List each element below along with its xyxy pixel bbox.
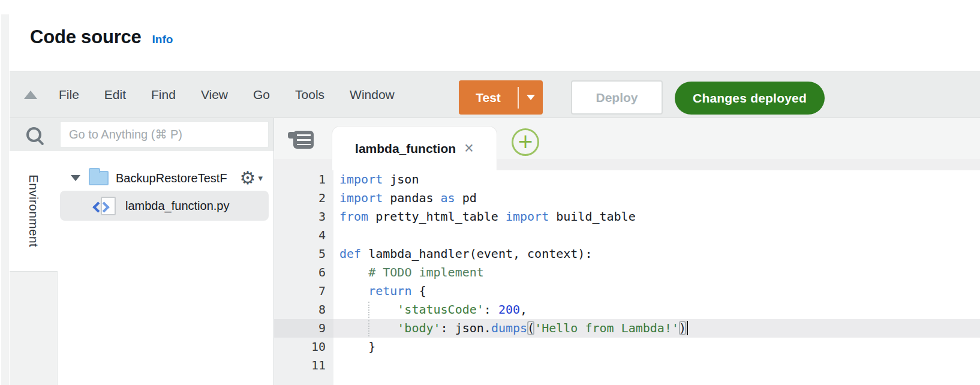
code-text[interactable] [333,226,980,245]
code-line-5: 5def lambda_handler(event, context): [274,245,980,263]
line-number: 1 [274,170,333,189]
disclosure-triangle-icon[interactable] [71,175,80,181]
menu-items: FileEditFindViewGoToolsWindow [59,88,395,102]
tree-row-file-selected[interactable]: lambda_function.py [60,191,269,221]
environment-tab-label: Environment [26,175,41,247]
code-token: ( [527,321,534,335]
code-token: 'body' [397,321,440,335]
code-token: { [411,284,426,298]
new-tab-button[interactable]: + [512,128,539,156]
folder-name: BackupRestoreTestF [116,172,227,185]
menu-item-find[interactable]: Find [151,88,176,102]
code-token: json [383,172,419,187]
code-token: 'Hello from Lambda!' [534,321,679,335]
menu-item-window[interactable]: Window [350,88,395,102]
python-file-icon [101,197,116,215]
tree-row-folder[interactable]: BackupRestoreTestF ⚙ ▾ [58,167,270,190]
editor-pane: lambda_function × + 1import json2import … [273,118,980,385]
menu-item-go[interactable]: Go [253,88,270,102]
code-token [339,265,368,279]
file-name: lambda_function.py [125,199,229,213]
code-line-4: 4 [274,226,980,245]
code-line-3: 3from pretty_html_table import build_tab… [274,207,980,226]
tab-label: lambda_function [355,142,456,156]
test-dropdown-button[interactable] [519,95,543,100]
search-icon-bar [10,118,58,151]
gutter-filler [274,375,980,385]
code-token: 200 [498,302,520,317]
line-number: 2 [274,189,333,207]
test-button[interactable]: Test [459,80,543,115]
gutter-filler-column [274,375,333,385]
code-line-7: 7 return { [274,282,980,300]
code-token: 'statusCode' [397,302,484,317]
code-editor[interactable]: 1import json2import pandas as pd3from pr… [274,170,980,385]
code-text[interactable]: def lambda_handler(event, context): [333,245,980,263]
collapse-panel-icon[interactable] [24,91,37,99]
code-token: build_table [549,209,636,224]
code-line-9: 9 'body': json.dumps('Hello from Lambda!… [274,319,980,338]
code-token: : [484,302,498,317]
code-text[interactable]: import json [333,170,980,189]
left-rail: Environment [10,118,58,385]
info-link[interactable]: Info [152,33,173,46]
code-token: def [339,246,361,261]
folder-settings-button[interactable]: ⚙ ▾ [240,169,270,187]
code-text[interactable]: # TODO implement [333,263,980,282]
code-text[interactable] [333,356,980,375]
file-tree-panel: BackupRestoreTestF ⚙ ▾ lambda_function.p… [58,118,273,385]
deploy-button[interactable]: Deploy [571,80,663,115]
lambda-code-source-panel: Code source Info FileEditFindViewGoTools… [0,0,980,385]
chevron-down-icon [527,95,535,100]
code-token [339,321,397,335]
code-line-1: 1import json [274,170,980,189]
code-token: lambda_handler(event, context): [361,246,592,261]
test-button-label[interactable]: Test [459,91,518,105]
code-source-card: Code source Info FileEditFindViewGoTools… [10,0,980,385]
environment-tab[interactable]: Environment [10,151,58,271]
code-line-6: 6 # TODO implement [274,263,980,282]
code-filler[interactable] [333,375,980,385]
page-gutter [1,14,9,385]
line-number: 4 [274,226,333,245]
search-icon[interactable] [26,127,41,142]
file-tree: BackupRestoreTestF ⚙ ▾ lambda_function.p… [58,151,273,385]
line-number: 7 [274,282,333,300]
code-token: return [368,284,411,298]
close-icon[interactable]: × [464,140,474,157]
code-token: pandas [383,191,440,205]
goto-anything-input[interactable] [60,121,269,148]
code-token: from [339,209,368,224]
code-token: # TODO implement [368,265,484,279]
code-line-2: 2import pandas as pd [274,189,980,207]
line-number: 11 [274,356,333,375]
menu-item-view[interactable]: View [201,88,228,102]
code-token: , [520,302,527,317]
line-number: 3 [274,207,333,226]
code-text[interactable]: } [333,338,980,356]
code-line-8: 8 'statusCode': 200, [274,300,980,319]
header: Code source Info [10,0,980,71]
code-line-10: 10 } [274,338,980,356]
code-token: as [441,191,455,205]
tab-bar: lambda_function × + [274,118,980,170]
menu-item-file[interactable]: File [59,88,79,102]
gear-icon: ⚙ [240,169,256,187]
menu-item-edit[interactable]: Edit [104,88,126,102]
code-token: pretty_html_table [368,209,506,224]
tab-lambda-function[interactable]: lambda_function × [332,126,497,170]
code-token: import [506,209,549,224]
rail-lower-panel [10,271,58,385]
code-text[interactable]: 'statusCode': 200, [333,300,980,319]
text-cursor [687,321,688,335]
code-text[interactable]: return { [333,282,980,300]
code-text[interactable]: import pandas as pd [333,189,980,207]
menu-item-tools[interactable]: Tools [295,88,324,102]
code-token: import [339,191,383,205]
code-line-11: 11 [274,356,980,375]
code-text[interactable]: 'body': json.dumps('Hello from Lambda!') [333,319,980,338]
code-text[interactable]: from pretty_html_table import build_tabl… [333,207,980,226]
editor-menubar: FileEditFindViewGoToolsWindow Test Deplo… [10,71,980,118]
tab-list-icon[interactable] [293,131,314,149]
editor-content: Environment BackupRestoreTestF ⚙ [10,118,980,385]
